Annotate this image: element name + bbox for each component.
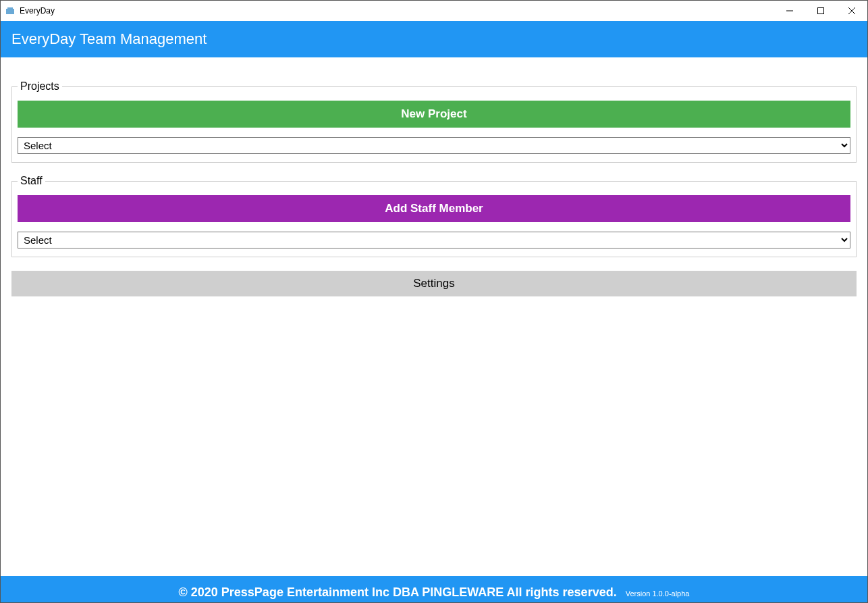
footer-version: Version 1.0.0-alpha [626,589,690,598]
svg-rect-3 [818,8,824,14]
staff-legend: Staff [18,175,45,187]
main-content: Projects New Project Select Staff Add St… [1,57,867,576]
new-project-button[interactable]: New Project [18,101,850,128]
project-select[interactable]: Select [18,137,850,154]
projects-group: Projects New Project Select [11,80,857,163]
window-title: EveryDay [20,6,55,16]
window-controls [774,1,867,21]
minimize-button[interactable] [774,1,805,21]
staff-group: Staff Add Staff Member Select [11,175,857,257]
maximize-button[interactable] [805,1,836,21]
footer-copyright: © 2020 PressPage Entertainment Inc DBA P… [179,585,617,599]
settings-button[interactable]: Settings [11,271,857,296]
staff-select[interactable]: Select [18,232,850,248]
footer: © 2020 PressPage Entertainment Inc DBA P… [1,576,867,602]
add-staff-button[interactable]: Add Staff Member [18,195,850,222]
page-title: EveryDay Team Management [11,30,207,47]
page-header: EveryDay Team Management [1,21,867,57]
window-titlebar: EveryDay [1,1,867,21]
app-icon [5,5,16,16]
close-button[interactable] [836,1,867,21]
projects-legend: Projects [18,80,62,93]
svg-rect-1 [7,7,13,9]
svg-rect-0 [6,9,14,14]
